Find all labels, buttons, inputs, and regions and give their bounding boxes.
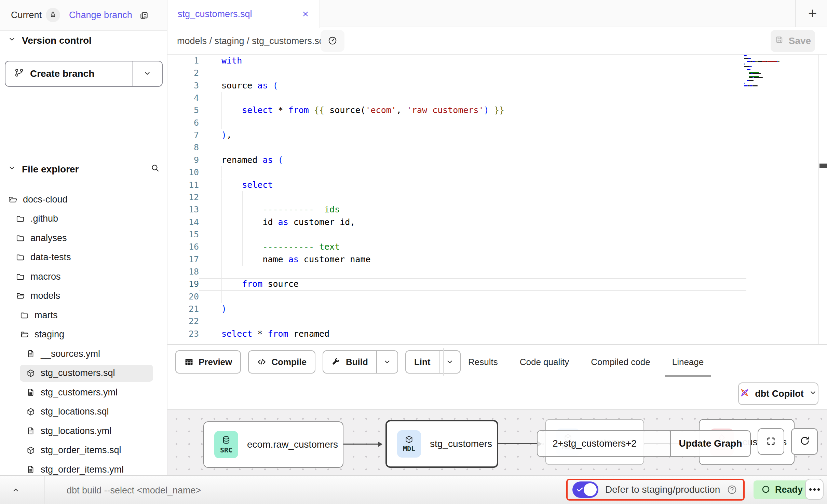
tab-lineage[interactable]: Lineage bbox=[665, 352, 711, 372]
save-button[interactable]: Save bbox=[771, 30, 815, 52]
lock-icon bbox=[49, 10, 57, 20]
tree-folder-staging[interactable]: staging bbox=[0, 325, 167, 345]
code-line-15[interactable] bbox=[167, 228, 827, 241]
update-graph-button[interactable]: Update Graph bbox=[670, 431, 750, 456]
dbt-copilot-button[interactable]: dbt Copilot bbox=[738, 382, 818, 405]
code-line-18[interactable] bbox=[167, 266, 827, 278]
tab-code-quality[interactable]: Code quality bbox=[512, 352, 577, 372]
wrench-icon bbox=[331, 357, 341, 367]
collapse-panel-button[interactable] bbox=[5, 481, 26, 500]
lineage-node-stg_customers[interactable]: MDLstg_customers bbox=[385, 420, 498, 468]
tab-strip: stg_customers.sql + bbox=[167, 0, 827, 27]
code-line-19[interactable]: from source bbox=[167, 278, 827, 290]
change-branch-link[interactable]: Change branch bbox=[69, 10, 132, 20]
file-explorer-section-header[interactable]: File explorer bbox=[8, 163, 160, 175]
code-line-8[interactable] bbox=[167, 141, 827, 154]
fullscreen-button[interactable] bbox=[758, 428, 784, 455]
tree-file-__sources.yml[interactable]: __sources.yml bbox=[0, 344, 167, 364]
folder-icon bbox=[16, 253, 25, 262]
indent-guide bbox=[221, 291, 222, 303]
code-line-1[interactable]: with bbox=[167, 55, 827, 67]
code-line-21[interactable]: ) bbox=[167, 303, 827, 315]
lineage-canvas[interactable]: SRCecom.raw_customersMDLstg_customersMDL… bbox=[167, 409, 827, 475]
chevron-down-icon bbox=[143, 69, 152, 79]
tree-item-label: .github bbox=[30, 213, 58, 224]
node-label: stg_customers bbox=[430, 438, 492, 449]
lint-dropdown[interactable] bbox=[439, 351, 460, 373]
tree-file-stg_customers.yml[interactable]: stg_customers.yml bbox=[0, 383, 167, 402]
scrollbar-thumb[interactable] bbox=[819, 164, 827, 168]
lint-button[interactable]: Lint bbox=[405, 350, 461, 374]
tree-file-stg_customers.sql[interactable]: stg_customers.sql bbox=[0, 364, 167, 383]
code-line-7[interactable]: ), bbox=[167, 129, 827, 141]
tree-file-stg_locations.sql[interactable]: stg_locations.sql bbox=[0, 402, 167, 422]
tab-stg-customers-sql[interactable]: stg_customers.sql bbox=[167, 0, 320, 28]
lineage-node-ecom.raw_customers[interactable]: SRCecom.raw_customers bbox=[203, 421, 343, 468]
defer-toggle[interactable] bbox=[572, 481, 598, 498]
copy-branch-icon[interactable] bbox=[139, 10, 149, 20]
tab-results[interactable]: Results bbox=[461, 352, 505, 372]
tree-folder-docs-cloud[interactable]: docs-cloud bbox=[0, 190, 167, 209]
preview-button[interactable]: Preview bbox=[175, 350, 241, 374]
results-panel-tabs: ResultsCode qualityCompiled codeLineage bbox=[461, 352, 711, 372]
indent-guide bbox=[221, 204, 222, 216]
model-performance-icon-button[interactable] bbox=[321, 30, 344, 52]
breadcrumb: models / staging / stg_customers.sql bbox=[177, 27, 326, 55]
overview-ruler-divider bbox=[818, 55, 819, 344]
close-icon[interactable] bbox=[301, 10, 310, 18]
tree-folder-models[interactable]: models bbox=[0, 286, 167, 306]
tab-compiled-code[interactable]: Compiled code bbox=[583, 352, 657, 372]
code-icon bbox=[257, 357, 267, 367]
build-button[interactable]: Build bbox=[323, 350, 398, 374]
code-line-10[interactable] bbox=[167, 166, 827, 179]
create-branch-button[interactable]: Create branch bbox=[5, 61, 163, 87]
search-icon[interactable] bbox=[150, 163, 160, 175]
code-line-17[interactable]: name as customer_name bbox=[167, 253, 827, 266]
code-line-12[interactable] bbox=[167, 191, 827, 204]
code-line-9[interactable]: renamed as ( bbox=[167, 154, 827, 166]
tree-file-stg_locations.yml[interactable]: stg_locations.yml bbox=[0, 421, 167, 441]
code-line-11[interactable]: select bbox=[167, 179, 827, 191]
code-line-23[interactable]: select * from renamed bbox=[167, 328, 827, 340]
node-label: ecom.raw_customers bbox=[247, 439, 338, 450]
help-icon[interactable] bbox=[727, 485, 737, 495]
indent-guide bbox=[221, 278, 222, 290]
tree-folder-.github[interactable]: .github bbox=[0, 209, 167, 229]
tree-item-label: macros bbox=[30, 271, 61, 282]
version-control-section-header[interactable]: Version control bbox=[8, 35, 92, 46]
folder-icon bbox=[16, 234, 25, 243]
indent-guide bbox=[221, 92, 222, 104]
code-line-14[interactable]: id as customer_id, bbox=[167, 216, 827, 228]
tree-file-stg_order_items.sql[interactable]: stg_order_items.sql bbox=[0, 441, 167, 460]
code-line-13[interactable]: ---------- ids bbox=[167, 204, 827, 216]
code-line-6[interactable] bbox=[167, 117, 827, 129]
minimap[interactable] bbox=[744, 55, 785, 143]
defer-toggle-label: Defer to staging/production bbox=[605, 484, 720, 495]
refresh-graph-button[interactable] bbox=[791, 428, 818, 455]
tree-item-label: stg_locations.yml bbox=[41, 426, 111, 436]
code-line-20[interactable] bbox=[167, 291, 827, 303]
tree-item-label: stg_customers.sql bbox=[41, 368, 115, 378]
code-editor[interactable]: 1234567891011121314151617181920212223 wi… bbox=[167, 55, 827, 344]
code-line-5[interactable]: select * from {{ source('ecom', 'raw_cus… bbox=[167, 104, 827, 116]
code-line-16[interactable]: ---------- text bbox=[167, 241, 827, 253]
tree-folder-marts[interactable]: marts bbox=[0, 306, 167, 325]
build-dropdown[interactable] bbox=[376, 351, 397, 373]
file-tree: docs-cloud.githubanalysesdata-testsmacro… bbox=[0, 190, 167, 479]
code-line-22[interactable] bbox=[167, 315, 827, 327]
tree-folder-macros[interactable]: macros bbox=[0, 267, 167, 286]
tree-folder-analyses[interactable]: analyses bbox=[0, 228, 167, 248]
tree-folder-data-tests[interactable]: data-tests bbox=[0, 248, 167, 267]
code-line-2[interactable] bbox=[167, 67, 827, 79]
lineage-selector-input[interactable] bbox=[538, 431, 670, 456]
ide-status-badge[interactable]: Ready bbox=[754, 480, 810, 499]
more-options-button[interactable] bbox=[805, 479, 824, 500]
compile-button[interactable]: Compile bbox=[248, 350, 315, 374]
create-branch-dropdown[interactable] bbox=[132, 61, 162, 86]
code-line-4[interactable] bbox=[167, 92, 827, 104]
save-label: Save bbox=[789, 36, 811, 46]
code-line-3[interactable]: source as ( bbox=[167, 80, 827, 92]
cube-icon bbox=[26, 407, 35, 416]
new-tab-button[interactable]: + bbox=[798, 0, 827, 27]
dbt-command-input[interactable] bbox=[67, 481, 477, 500]
